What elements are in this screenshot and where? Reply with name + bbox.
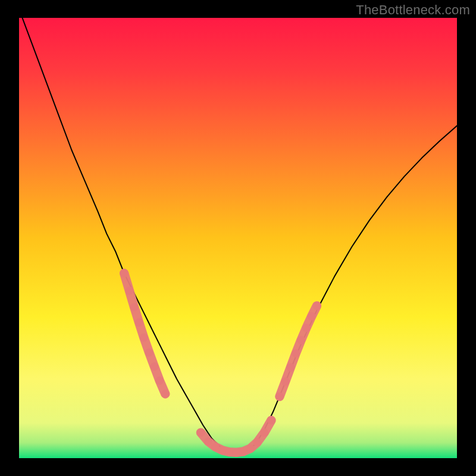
marker-band-right-dot <box>286 364 295 372</box>
marker-band-left-dot <box>130 303 139 311</box>
marker-band-right-dot <box>275 392 284 400</box>
chart-frame: TheBottleneck.com <box>0 0 476 476</box>
marker-band-bottom-dot <box>232 448 240 456</box>
watermark-text: TheBottleneck.com <box>356 2 470 18</box>
marker-band-right-dot <box>308 312 316 321</box>
marker-band-left-dot <box>135 318 143 327</box>
marker-band-left-dot <box>125 287 133 295</box>
marker-band-right-dot <box>312 302 321 310</box>
marker-band-bottom-dot <box>196 428 205 437</box>
marker-band-left-dot <box>155 377 164 385</box>
marker-band-bottom-dot <box>260 428 268 437</box>
marker-band-left-dot <box>145 348 154 356</box>
marker-band-right-dot <box>297 336 305 345</box>
marker-band-bottom-dot <box>253 438 261 446</box>
marker-band-left-dot <box>120 269 129 277</box>
marker-band-bottom-dot <box>246 444 255 453</box>
marker-band-bottom-dot <box>218 446 227 455</box>
marker-band-left-dot <box>150 362 158 371</box>
marker-band-bottom-dot <box>204 437 212 446</box>
bottleneck-chart <box>0 0 476 476</box>
plot-background <box>19 18 457 458</box>
marker-band-left-dot <box>161 390 170 398</box>
marker-band-right-dot <box>302 324 311 332</box>
marker-band-left-dot <box>140 333 148 342</box>
marker-band-right-dot <box>292 349 300 358</box>
marker-band-right-dot <box>281 377 289 386</box>
marker-band-bottom-dot <box>267 416 275 424</box>
